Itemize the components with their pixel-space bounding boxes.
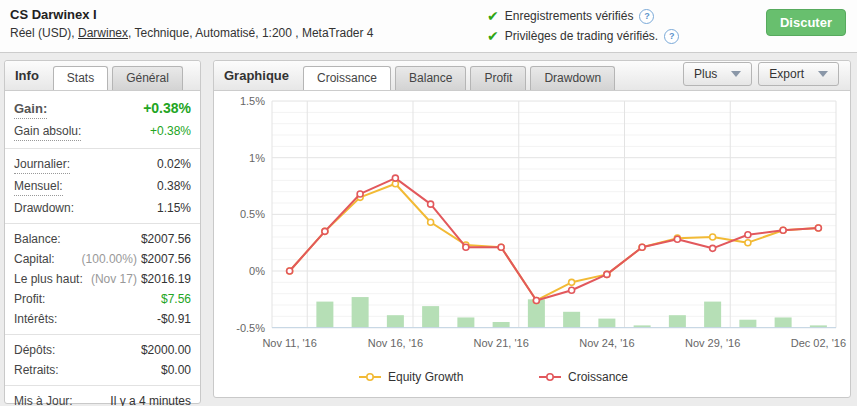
stat-value-group: +0.38% xyxy=(150,123,191,139)
plus-menu-label: Plus xyxy=(694,67,717,81)
stat-row: Le plus haut:(Nov 17)$2016.19 xyxy=(5,269,200,289)
legend-label[interactable]: Croissance xyxy=(568,370,628,384)
group-divider xyxy=(5,223,200,224)
account-type-text: Réel (USD), xyxy=(10,26,78,40)
stat-value: 0.38% xyxy=(157,179,191,193)
data-point xyxy=(463,244,469,250)
stat-label[interactable]: Gain: xyxy=(14,101,47,119)
stat-value-group: $2007.56 xyxy=(141,231,191,247)
stat-label: Profit: xyxy=(14,291,45,307)
chevron-down-icon xyxy=(818,71,828,77)
stat-label[interactable]: Journalier: xyxy=(14,156,70,174)
verification-row: ✔Enregistrements vérifiés? xyxy=(487,6,679,26)
export-menu-button[interactable]: Export xyxy=(758,62,839,86)
stat-value: +0.38% xyxy=(150,124,191,138)
data-point xyxy=(710,234,716,240)
chart-panel-header: Graphique CroissanceBalanceProfitDrawdow… xyxy=(214,61,850,91)
data-point xyxy=(815,225,821,231)
data-point xyxy=(357,191,363,197)
y-axis-label: -0.5% xyxy=(236,322,265,334)
activity-bar xyxy=(493,322,510,328)
data-point xyxy=(322,228,328,234)
chart-tab-balance[interactable]: Balance xyxy=(395,66,466,90)
stat-row: Intérêts:-$0.91 xyxy=(5,309,200,329)
x-axis-label: Nov 16, '16 xyxy=(368,337,423,349)
y-axis-label: 0% xyxy=(249,265,265,277)
stat-value: -$0.91 xyxy=(157,312,191,326)
stat-value-group: $7.56 xyxy=(161,291,191,307)
growth-chart[interactable]: 1.5%1%0.5%0%-0.5%Nov 11, '16Nov 16, '16N… xyxy=(214,91,850,398)
chart-tab-croissance[interactable]: Croissance xyxy=(303,66,391,90)
stat-row: Gain absolu:+0.38% xyxy=(5,121,200,143)
broker-link[interactable]: Darwinex xyxy=(78,26,128,40)
data-point xyxy=(745,240,751,246)
activity-bar xyxy=(457,317,474,327)
data-point xyxy=(287,268,293,274)
verification-label: Privilèges de trading vérifiés. xyxy=(505,29,658,43)
activity-bar xyxy=(775,317,792,327)
x-axis-label: Nov 24, '16 xyxy=(579,337,634,349)
stat-value-prefix: (100.00%) xyxy=(82,252,137,266)
data-point xyxy=(392,175,398,181)
verification-label: Enregistrements vérifiés xyxy=(505,9,634,23)
stat-row: Profit:$7.56 xyxy=(5,289,200,309)
data-point xyxy=(780,227,786,233)
plus-menu-button[interactable]: Plus xyxy=(683,62,752,86)
stat-value: Il y a 4 minutes xyxy=(110,394,191,406)
help-icon[interactable]: ? xyxy=(639,9,654,24)
x-axis-label: Dec 02, '16 xyxy=(791,337,846,349)
account-subtitle: Réel (USD), Darwinex, Technique, Automat… xyxy=(10,26,374,40)
legend-label[interactable]: Equity Growth xyxy=(388,370,463,384)
legend-marker-point xyxy=(367,374,373,380)
y-axis-label: 0.5% xyxy=(240,208,265,220)
stat-value-group: -$0.91 xyxy=(157,311,191,327)
y-axis-label: 1% xyxy=(249,152,265,164)
info-panel: Info Stats Général Gain:+0.38%Gain absol… xyxy=(4,60,201,404)
stat-row: Dépôts:$2000.00 xyxy=(5,340,200,360)
data-point xyxy=(498,244,504,250)
group-divider xyxy=(5,334,200,335)
activity-bar xyxy=(598,319,615,328)
stat-row: Balance:$2007.56 xyxy=(5,229,200,249)
data-point xyxy=(639,244,645,250)
stat-value-group: +0.38% xyxy=(143,100,191,117)
stat-value-group: (100.00%)$2007.56 xyxy=(82,251,191,267)
stat-value: +0.38% xyxy=(143,100,191,116)
stat-row: Retraits:$0.00 xyxy=(5,360,200,380)
check-icon: ✔ xyxy=(487,29,499,43)
help-icon[interactable]: ? xyxy=(664,29,679,44)
stat-value-group: 0.02% xyxy=(157,156,191,172)
chart-tab-profit[interactable]: Profit xyxy=(470,66,526,90)
stat-row: Capital:(100.00%)$2007.56 xyxy=(5,249,200,269)
data-point xyxy=(428,219,434,225)
stat-row: Journalier:0.02% xyxy=(5,154,200,176)
stat-row: Mensuel:0.38% xyxy=(5,176,200,198)
stat-label: Dépôts: xyxy=(14,342,55,358)
activity-bar xyxy=(704,302,721,328)
stat-value: $2000.00 xyxy=(141,343,191,357)
chart-tabs: CroissanceBalanceProfitDrawdown xyxy=(303,66,619,90)
stat-value: $7.56 xyxy=(161,292,191,306)
check-icon: ✔ xyxy=(487,9,499,23)
y-axis-label: 1.5% xyxy=(240,95,265,107)
activity-bar xyxy=(563,312,580,328)
tab-general[interactable]: Général xyxy=(112,66,183,90)
chart-section-title: Graphique xyxy=(224,68,289,83)
stat-label: Le plus haut: xyxy=(14,271,83,287)
data-point xyxy=(428,201,434,207)
stat-row: Drawdown:1.15% xyxy=(5,198,200,218)
stat-label: Drawdown: xyxy=(14,200,74,216)
stats-list: Gain:+0.38%Gain absolu:+0.38%Journalier:… xyxy=(5,91,200,406)
stat-value: 1.15% xyxy=(157,201,191,215)
tab-info[interactable]: Info xyxy=(15,68,39,83)
discuss-button[interactable]: Discuter xyxy=(766,9,846,36)
activity-bar xyxy=(422,306,439,328)
chart-tab-drawdown[interactable]: Drawdown xyxy=(530,66,615,90)
stat-label[interactable]: Gain absolu: xyxy=(14,123,81,141)
stat-label[interactable]: Mensuel: xyxy=(14,178,63,196)
stat-label: Intérêts: xyxy=(14,311,57,327)
stat-value-group: $0.00 xyxy=(161,362,191,378)
x-axis-label: Nov 29, '16 xyxy=(685,337,740,349)
stat-value-group: (Nov 17)$2016.19 xyxy=(91,271,191,287)
tab-stats[interactable]: Stats xyxy=(53,66,108,90)
